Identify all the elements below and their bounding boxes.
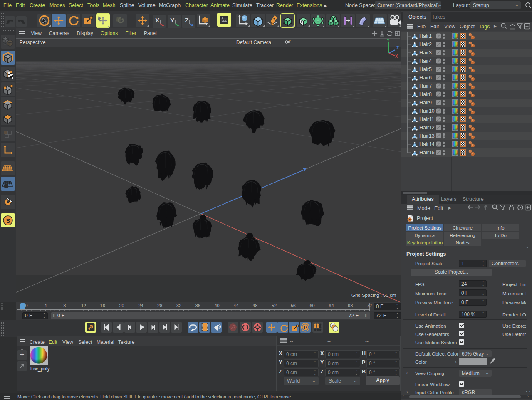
svg-text:0: 0 — [25, 303, 28, 308]
svg-text:20: 20 — [119, 303, 124, 308]
svg-text:X: X — [395, 54, 398, 59]
svg-text:60: 60 — [309, 303, 314, 308]
svg-text:40: 40 — [214, 303, 219, 308]
svg-text:Y: Y — [170, 17, 175, 24]
svg-text:Z: Z — [185, 17, 189, 24]
svg-text:P: P — [304, 325, 307, 331]
svg-text:S: S — [6, 217, 10, 224]
svg-text:8: 8 — [63, 303, 66, 308]
svg-text:Z: Z — [396, 46, 399, 50]
svg-text:56: 56 — [291, 303, 296, 308]
svg-text:36: 36 — [195, 303, 200, 308]
svg-text:44: 44 — [233, 303, 238, 308]
svg-text:52: 52 — [272, 303, 277, 308]
svg-text:28: 28 — [157, 303, 162, 308]
svg-text:X: X — [155, 17, 160, 24]
svg-text:16: 16 — [100, 303, 105, 308]
svg-text:Y: Y — [387, 38, 390, 43]
svg-text:32: 32 — [176, 303, 181, 308]
svg-text:4: 4 — [44, 303, 47, 308]
svg-text:64: 64 — [329, 303, 334, 308]
svg-text:68: 68 — [348, 303, 353, 308]
svg-text:12: 12 — [81, 303, 86, 308]
